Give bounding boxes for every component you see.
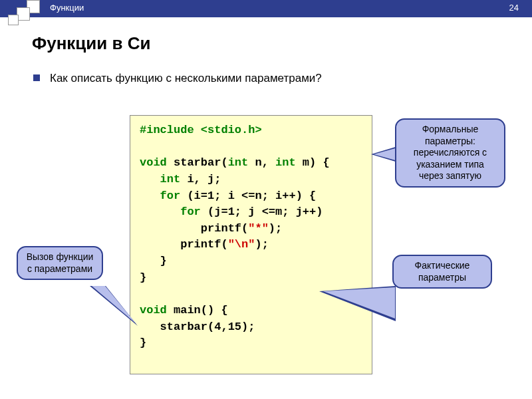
code: for: [180, 205, 201, 218]
page-number: 24: [509, 3, 519, 13]
code: printf(: [201, 222, 248, 235]
code: (i=1; i <=n; i++) {: [180, 190, 316, 202]
code: int: [160, 173, 181, 186]
code: "*": [248, 222, 269, 235]
code-block: #include <stdio.h> void starbar(int n, i…: [130, 115, 372, 374]
code: );: [269, 222, 282, 235]
code: }: [140, 336, 146, 349]
code: starbar(4,15);: [160, 321, 255, 333]
code: (j=1; j <=m; j++): [201, 205, 323, 218]
code: }: [140, 271, 146, 284]
code: for: [160, 190, 181, 202]
code: "\n": [228, 238, 255, 251]
deco-square: [17, 7, 30, 21]
callout-tail: [374, 148, 398, 161]
code: void: [140, 156, 167, 169]
code: }: [160, 255, 167, 267]
deco-square: [8, 15, 19, 25]
question-text: Как описать функцию с несколькими параме…: [50, 72, 322, 85]
code: i, j;: [180, 173, 221, 186]
code: void: [140, 304, 167, 317]
callout-tail: [323, 287, 395, 319]
code: main() {: [167, 304, 228, 317]
code: );: [255, 238, 268, 251]
callout-formal-params: Формальные параметры: перечисляются с ук…: [395, 118, 505, 188]
code: starbar(: [167, 156, 228, 169]
code: printf(: [180, 238, 227, 251]
slide-title: Функции в Си: [32, 33, 151, 54]
code: int: [275, 156, 296, 169]
code: m) {: [296, 156, 330, 169]
code: #include <stdio.h>: [140, 124, 262, 136]
header-label: Функции: [50, 3, 84, 13]
callout-actual-params: Фактические параметры: [392, 255, 492, 289]
callout-function-call: Вызов функции с параметрами: [17, 246, 103, 280]
bullet-icon: [33, 74, 40, 81]
code: n,: [248, 156, 275, 169]
code: int: [228, 156, 249, 169]
